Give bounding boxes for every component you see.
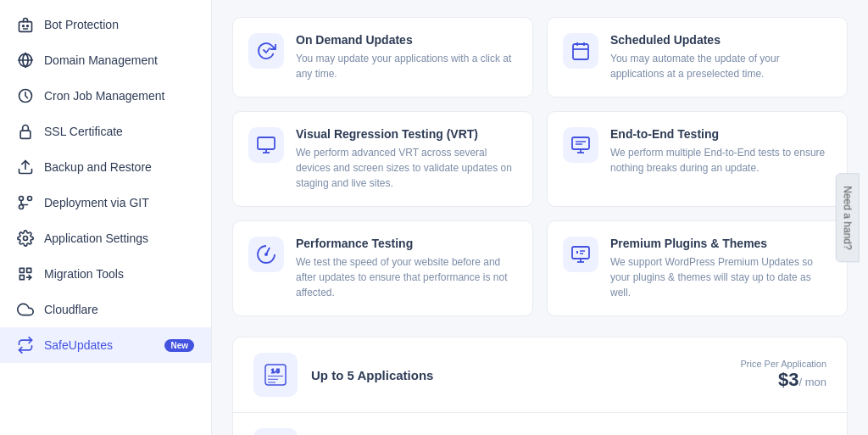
pricing-per-up-to-5: / mon (798, 376, 826, 388)
scheduled-updates-title: Scheduled Updates (610, 33, 832, 47)
svg-rect-0 (19, 22, 32, 32)
cron-icon (17, 87, 34, 104)
sidebar-item-migration-tools[interactable]: Migration Tools (0, 256, 211, 292)
e2e-testing-title: End-to-End Testing (610, 127, 832, 141)
premium-plugins-icon (563, 237, 598, 272)
backup-icon (17, 159, 34, 176)
feature-card-scheduled-updates: Scheduled Updates You may automate the u… (547, 17, 848, 98)
sidebar-item-label: SafeUpdates (44, 338, 113, 352)
pricing-badge-up-to-5: 1-5 (253, 353, 298, 397)
sidebar-item-label: Backup and Restore (44, 160, 152, 174)
pricing-section: 1-5 Up to 5 Applications Price Per Appli… (232, 337, 848, 435)
scheduled-updates-desc: You may automate the update of your appl… (610, 51, 832, 81)
sidebar-item-cloudflare[interactable]: Cloudflare (0, 292, 211, 327)
on-demand-updates-title: On Demand Updates (296, 33, 517, 47)
domain-icon (17, 52, 34, 69)
on-demand-updates-icon (248, 33, 284, 69)
sidebar-item-label: SSL Certificate (44, 125, 123, 138)
sidebar-item-ssl-certificate[interactable]: SSL Certificate (0, 114, 211, 149)
pricing-info-up-to-5: Up to 5 Applications (311, 368, 727, 382)
svg-rect-24 (572, 247, 589, 259)
features-grid: On Demand Updates You may update your ap… (232, 17, 848, 316)
pricing-badge-6-plus: 6 (253, 428, 298, 435)
sidebar-item-application-settings[interactable]: Application Settings (0, 220, 211, 256)
pricing-row-6-plus: 6 6+ Applications Save an extra $1 when … (233, 412, 847, 435)
performance-testing-icon (248, 237, 284, 272)
sidebar-item-deployment-git[interactable]: Deployment via GIT (0, 185, 211, 220)
main-content: On Demand Updates You may update your ap… (212, 0, 868, 435)
pricing-title-up-to-5: Up to 5 Applications (311, 368, 727, 382)
pricing-cost-up-to-5: Price Per Application $3/ mon (741, 359, 827, 391)
visual-regression-icon (248, 127, 284, 163)
sidebar-item-label: Deployment via GIT (44, 196, 149, 209)
sidebar-item-cron-job[interactable]: Cron Job Management (0, 78, 211, 114)
sidebar-item-label: Migration Tools (44, 267, 124, 281)
feature-card-premium-plugins: Premium Plugins & Themes We support Word… (547, 220, 848, 316)
scheduled-updates-icon (563, 33, 598, 69)
sidebar-item-label: Bot Protection (44, 18, 119, 31)
e2e-testing-icon (563, 127, 598, 163)
pricing-label-up-to-5: Price Per Application (741, 359, 827, 369)
visual-regression-title: Visual Regression Testing (VRT) (296, 127, 517, 141)
svg-point-2 (27, 25, 29, 27)
need-hand-tab[interactable]: Need a hand? (835, 173, 859, 262)
feature-card-on-demand-updates: On Demand Updates You may update your ap… (232, 17, 533, 98)
visual-regression-desc: We perform advanced VRT across several d… (296, 145, 517, 191)
sidebar-item-label: Cron Job Management (44, 89, 164, 103)
svg-rect-18 (572, 137, 589, 149)
pricing-row-up-to-5: 1-5 Up to 5 Applications Price Per Appli… (233, 337, 847, 412)
bot-icon (17, 16, 34, 33)
scheduled-updates-text: Scheduled Updates You may automate the u… (610, 33, 832, 81)
svg-text:1-5: 1-5 (271, 368, 280, 374)
on-demand-updates-text: On Demand Updates You may update your ap… (296, 33, 517, 81)
git-icon (17, 194, 34, 211)
sidebar-item-safe-updates[interactable]: SafeUpdates New (0, 327, 211, 363)
performance-testing-desc: We test the speed of your website before… (296, 254, 517, 300)
svg-point-1 (23, 25, 25, 27)
feature-card-e2e-testing: End-to-End Testing We perform multiple E… (547, 111, 848, 207)
performance-testing-text: Performance Testing We test the speed of… (296, 237, 517, 300)
performance-testing-title: Performance Testing (296, 237, 517, 250)
svg-rect-11 (573, 44, 588, 59)
sidebar: Bot Protection Domain Management Cron Jo… (0, 0, 212, 435)
settings-icon (17, 230, 34, 247)
safeupdates-icon (17, 337, 34, 354)
sidebar-item-backup-restore[interactable]: Backup and Restore (0, 149, 211, 185)
pricing-amount-up-to-5: $3/ mon (741, 369, 827, 391)
new-badge: New (164, 339, 194, 352)
svg-point-10 (24, 237, 28, 241)
feature-card-performance-testing: Performance Testing We test the speed of… (232, 220, 533, 316)
on-demand-updates-desc: You may update your applications with a … (296, 51, 517, 81)
pricing-price-up-to-5: $3 (778, 369, 798, 390)
feature-card-visual-regression: Visual Regression Testing (VRT) We perfo… (232, 111, 533, 207)
sidebar-item-label: Domain Management (44, 53, 158, 67)
svg-rect-5 (20, 131, 31, 138)
visual-regression-text: Visual Regression Testing (VRT) We perfo… (296, 127, 517, 191)
migration-icon (17, 265, 34, 282)
svg-point-23 (264, 253, 268, 256)
sidebar-item-label: Application Settings (44, 231, 148, 245)
premium-plugins-text: Premium Plugins & Themes We support Word… (610, 237, 832, 300)
premium-plugins-desc: We support WordPress Premium Updates so … (610, 254, 832, 300)
sidebar-item-domain-management[interactable]: Domain Management (0, 42, 211, 78)
e2e-testing-desc: We perform multiple End-to-End tests to … (610, 145, 832, 176)
sidebar-item-label: Cloudflare (44, 303, 98, 316)
svg-point-8 (28, 197, 32, 201)
premium-plugins-title: Premium Plugins & Themes (610, 237, 832, 250)
ssl-icon (17, 123, 34, 140)
e2e-testing-text: End-to-End Testing We perform multiple E… (610, 127, 832, 176)
cloudflare-icon (17, 301, 34, 318)
svg-rect-15 (258, 137, 275, 149)
sidebar-item-bot-protection[interactable]: Bot Protection (0, 7, 211, 42)
